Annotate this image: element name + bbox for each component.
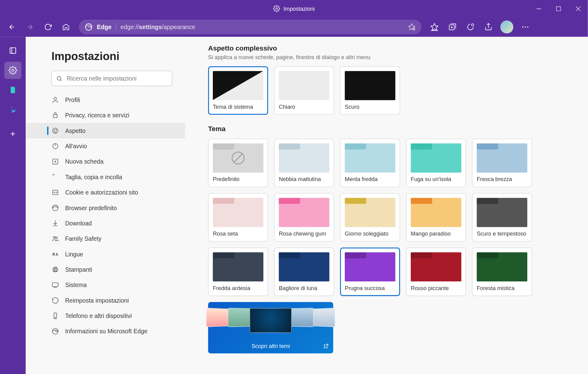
back-button[interactable] bbox=[3, 18, 21, 36]
nav-item-all-avvio[interactable]: All'avvio bbox=[26, 138, 185, 154]
favorites-button[interactable] bbox=[426, 18, 443, 36]
look-option-system[interactable]: Tema di sistema bbox=[208, 66, 268, 115]
overall-look-options: Tema di sistemaChiaroScuro bbox=[208, 66, 588, 115]
theme-option[interactable]: Fredda ardesia bbox=[208, 248, 268, 296]
nav-label: Family Safety bbox=[65, 235, 102, 242]
theme-option[interactable]: Mango paradiso bbox=[406, 193, 466, 242]
nav-item-nuova-scheda[interactable]: Nuova scheda bbox=[26, 154, 185, 169]
nav-icon bbox=[51, 204, 59, 212]
svg-rect-42 bbox=[54, 270, 56, 272]
nav-item-reimposta-impostazioni[interactable]: Reimposta impostazioni bbox=[26, 293, 185, 308]
theme-preview bbox=[477, 252, 527, 281]
theme-label: Scuro e tempestoso bbox=[477, 231, 527, 237]
theme-label: Fresca brezza bbox=[477, 176, 527, 183]
nav-icon bbox=[51, 235, 59, 243]
svg-rect-2 bbox=[556, 6, 560, 11]
nav-icon bbox=[51, 219, 59, 227]
home-button[interactable] bbox=[57, 18, 74, 36]
look-option-dark[interactable]: Scuro bbox=[340, 66, 400, 115]
theme-option[interactable]: Prugna succosa bbox=[340, 248, 400, 296]
collections-button[interactable] bbox=[444, 18, 461, 36]
forward-button[interactable] bbox=[21, 18, 39, 36]
minimize-button[interactable] bbox=[529, 0, 548, 17]
nav-item-family-safety[interactable]: Family Safety bbox=[26, 231, 185, 246]
nav-item-profili[interactable]: Profili bbox=[26, 92, 185, 108]
nav-item-browser-predefinito[interactable]: Browser predefinito bbox=[26, 200, 185, 215]
theme-label: Mango paradiso bbox=[411, 231, 462, 237]
extensions-button[interactable] bbox=[462, 18, 479, 36]
theme-option[interactable]: Foresta mistica bbox=[472, 248, 532, 296]
titlebar: Impostazioni bbox=[0, 0, 588, 17]
theme-preview bbox=[411, 252, 462, 281]
svg-point-37 bbox=[52, 205, 58, 211]
svg-rect-34 bbox=[53, 190, 58, 195]
settings-search[interactable] bbox=[51, 71, 172, 86]
theme-preview bbox=[279, 198, 330, 227]
favorite-star-icon[interactable]: + bbox=[408, 23, 416, 31]
theme-option[interactable]: Fresca brezza bbox=[472, 139, 532, 187]
theme-option[interactable]: Menta fredda bbox=[340, 139, 400, 187]
nav-item-cookie-e-autorizzazioni-sito[interactable]: Cookie e autorizzazioni sito bbox=[26, 185, 185, 200]
svg-point-17 bbox=[525, 26, 526, 28]
settings-content: Aspetto complessivo Si applica a nuove s… bbox=[185, 37, 588, 374]
address-bar[interactable]: Edge edge://settings/appearance + bbox=[79, 20, 421, 34]
nav-item-telefono-e-altri-dispositivi[interactable]: Telefono e altri dispositivi bbox=[26, 308, 185, 323]
theme-option[interactable]: Fuga su un'isola bbox=[406, 139, 466, 187]
theme-preview bbox=[345, 198, 395, 227]
nav-item-taglia-copia-e-incolla[interactable]: Taglia, copia e incolla bbox=[26, 169, 185, 185]
nav-icon bbox=[51, 173, 59, 181]
more-menu-button[interactable] bbox=[517, 18, 534, 36]
theme-label: Rosso piccante bbox=[411, 285, 462, 291]
maximize-button[interactable] bbox=[548, 0, 568, 17]
nav-item-stampanti[interactable]: Stampanti bbox=[26, 262, 185, 277]
theme-option[interactable]: Giorno soleggiato bbox=[340, 193, 400, 242]
svg-point-22 bbox=[57, 76, 61, 80]
vstrip-settings-icon[interactable] bbox=[4, 62, 21, 79]
nav-item-informazioni-su-microsoft-edge[interactable]: Informazioni su Microsoft Edge bbox=[26, 323, 185, 339]
theme-label: Predefinito bbox=[213, 176, 263, 183]
theme-preview bbox=[411, 144, 462, 173]
look-option-light[interactable]: Chiaro bbox=[274, 66, 334, 115]
nav-item-lingue[interactable]: Lingue bbox=[26, 246, 185, 262]
refresh-button[interactable] bbox=[40, 18, 57, 36]
vstrip-add-button[interactable]: + bbox=[4, 125, 21, 142]
theme-option[interactable]: Rosa seta bbox=[208, 193, 268, 242]
vstrip-files-icon[interactable] bbox=[4, 81, 21, 99]
discover-thumbs bbox=[198, 308, 343, 333]
theme-option[interactable]: Rosa chewing gum bbox=[274, 193, 334, 242]
svg-point-35 bbox=[54, 192, 55, 193]
theme-option[interactable]: Nebbia mattutina bbox=[274, 139, 334, 187]
vstrip-tabs-icon[interactable] bbox=[4, 42, 21, 59]
theme-label: Rosa seta bbox=[213, 231, 263, 237]
theme-option[interactable]: Bagliore di luna bbox=[274, 248, 334, 296]
nav-label: Privacy, ricerca e servizi bbox=[65, 112, 130, 119]
profile-avatar[interactable] bbox=[500, 21, 513, 33]
nav-icon bbox=[51, 281, 59, 289]
search-icon bbox=[56, 75, 62, 82]
nav-label: Profili bbox=[65, 96, 80, 103]
vstrip-bing-icon[interactable] bbox=[4, 101, 21, 118]
svg-point-39 bbox=[56, 237, 57, 238]
close-button[interactable] bbox=[568, 0, 588, 17]
look-label: Tema di sistema bbox=[213, 104, 263, 110]
svg-marker-9 bbox=[431, 23, 438, 30]
share-button[interactable] bbox=[480, 18, 497, 36]
svg-rect-25 bbox=[53, 115, 57, 117]
svg-rect-41 bbox=[54, 267, 56, 269]
nav-icon bbox=[51, 250, 59, 258]
theme-option[interactable]: Scuro e tempestoso bbox=[472, 193, 532, 242]
theme-label: Fredda ardesia bbox=[213, 285, 263, 291]
nav-label: Download bbox=[65, 220, 92, 227]
theme-preview bbox=[345, 252, 395, 281]
nav-item-download[interactable]: Download bbox=[26, 216, 185, 231]
theme-option[interactable]: Predefinito bbox=[208, 139, 268, 187]
theme-option[interactable]: Rosso piccante bbox=[406, 248, 466, 296]
search-input[interactable] bbox=[67, 75, 168, 82]
nav-item-aspetto[interactable]: Aspetto bbox=[26, 123, 185, 138]
nav-item-privacy-ricerca-e-servizi[interactable]: Privacy, ricerca e servizi bbox=[26, 108, 185, 123]
discover-themes-card[interactable]: Scopri altri temi bbox=[208, 302, 334, 353]
nav-icon bbox=[51, 312, 59, 319]
nav-item-sistema[interactable]: Sistema bbox=[26, 277, 185, 293]
look-label: Scuro bbox=[345, 104, 395, 110]
nav-icon bbox=[51, 127, 59, 134]
